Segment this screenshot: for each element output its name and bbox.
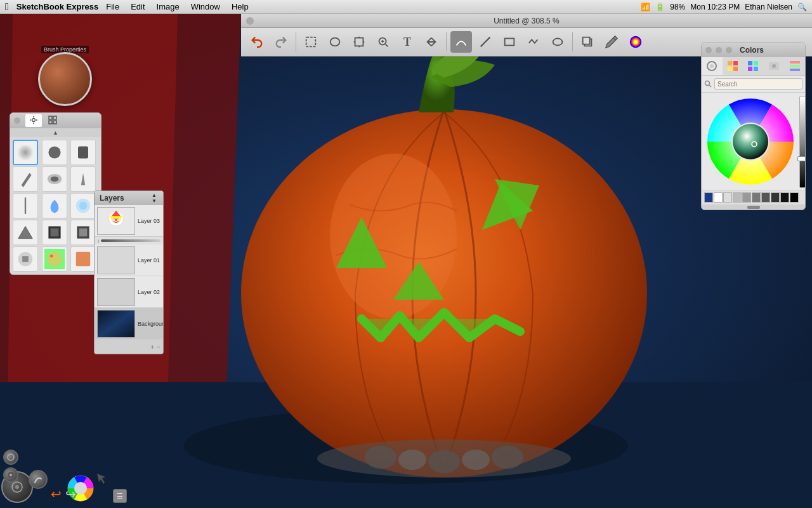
brush-item-bucket-dark[interactable] — [70, 220, 96, 245]
swatch-dark-gray-1[interactable] — [761, 192, 770, 203]
layer-03-opacity-slider[interactable] — [101, 239, 160, 242]
brush-tab-settings[interactable] — [25, 114, 42, 127]
layer-panel-expand-button[interactable]: ☰ — [113, 489, 127, 503]
rect-select-button[interactable] — [300, 31, 322, 53]
select-cursor-tool[interactable] — [92, 470, 111, 489]
zigzag-button[interactable] — [523, 31, 544, 53]
svg-rect-76 — [790, 61, 800, 64]
svg-point-37 — [17, 144, 34, 161]
app-name[interactable]: SketchBook Express — [16, 2, 98, 11]
brightness-handle[interactable] — [797, 156, 806, 161]
separator-3 — [572, 32, 573, 51]
color-tab-warm-grid[interactable] — [723, 57, 743, 75]
svg-point-88 — [15, 485, 19, 489]
transform-button[interactable] — [421, 31, 442, 53]
layer-delete-button[interactable]: − — [157, 344, 160, 351]
swatch-dark-gray-2[interactable] — [771, 192, 780, 203]
brush-item-custom1[interactable] — [70, 166, 96, 192]
separator-1 — [296, 32, 296, 51]
brush-item-airbrush[interactable] — [42, 166, 67, 192]
nav-circle-2[interactable] — [3, 467, 18, 483]
rect-shape-button[interactable] — [499, 31, 520, 53]
color-button[interactable] — [625, 31, 646, 53]
line-button[interactable] — [475, 31, 496, 53]
swatch-light-gray-2[interactable] — [733, 192, 742, 203]
apple-menu[interactable]:  — [5, 1, 9, 13]
zoom-button[interactable] — [372, 31, 394, 53]
brush-panel-header — [10, 113, 101, 128]
curve-button[interactable] — [450, 31, 472, 53]
layer-item-01[interactable]: Layer 01 — [95, 244, 163, 276]
svg-rect-39 — [78, 146, 88, 158]
menu-edit[interactable]: Edit — [126, 0, 150, 14]
brush-item-teardrop[interactable] — [42, 193, 67, 218]
brush-item-triangle[interactable] — [13, 220, 38, 245]
menu-image[interactable]: Image — [152, 0, 185, 14]
svg-line-80 — [709, 85, 711, 87]
menu-file[interactable]: File — [101, 0, 124, 14]
swatch-black[interactable] — [790, 192, 799, 203]
color-tab-wheel[interactable] — [702, 57, 723, 75]
brush-item-fill-light[interactable] — [42, 246, 67, 272]
brush-item-round-hard[interactable] — [42, 140, 67, 165]
brush-item-marker[interactable] — [70, 140, 96, 165]
brush-color-wheel[interactable] — [38, 52, 92, 106]
layer-item-background[interactable]: Background — [95, 308, 163, 340]
duplicate-button[interactable] — [577, 31, 598, 53]
bottom-undo-button[interactable]: ↩ — [51, 486, 62, 502]
color-tab-swatch[interactable] — [784, 57, 805, 75]
brush-item-texture[interactable] — [70, 246, 96, 272]
color-tab-cool-grid[interactable] — [743, 57, 764, 75]
brush-item-watercolor[interactable] — [70, 193, 96, 218]
color-wheel[interactable] — [704, 95, 797, 188]
brush-item-pencil-flat[interactable] — [13, 166, 38, 192]
color-tab-photo[interactable] — [764, 57, 785, 75]
color-search-input[interactable] — [714, 78, 802, 90]
pen-tool-button[interactable] — [601, 31, 622, 53]
brightness-slider[interactable] — [799, 96, 806, 188]
bottom-redo-button[interactable]: ↪ — [65, 486, 76, 502]
svg-point-3 — [241, 109, 647, 478]
svg-rect-51 — [79, 229, 88, 237]
colors-close-button[interactable] — [705, 47, 712, 53]
svg-rect-34 — [53, 116, 56, 119]
brush-item-square-dark[interactable] — [42, 220, 67, 245]
swatch-gray-2[interactable] — [752, 192, 761, 203]
layer-controls: + − — [95, 340, 163, 354]
brush-size-tool[interactable] — [29, 470, 48, 489]
layers-scroll-up-button[interactable]: ▲ — [150, 193, 158, 198]
text-button[interactable]: T — [396, 31, 418, 53]
ellipse-button[interactable] — [547, 31, 568, 53]
layer-item-02[interactable]: Layer 02 — [95, 276, 163, 308]
layer-item-03[interactable]: Layer 03 — [95, 205, 163, 237]
layer-add-button[interactable]: + — [150, 344, 154, 351]
swatch-near-black[interactable] — [780, 192, 789, 203]
swatch-white-1[interactable] — [714, 192, 723, 203]
swatch-blue-dark[interactable] — [704, 192, 713, 203]
brush-item-detail[interactable] — [13, 193, 38, 218]
colors-minimize-button[interactable] — [716, 47, 722, 53]
color-search-icon — [704, 80, 712, 88]
layers-scroll-down-button[interactable]: ▼ — [150, 199, 158, 204]
menu-help[interactable]: Help — [226, 0, 254, 14]
svg-point-79 — [705, 81, 710, 86]
brush-item-round-soft[interactable] — [13, 140, 38, 165]
undo-button[interactable] — [246, 31, 268, 53]
svg-point-46 — [79, 202, 88, 210]
colors-maximize-button[interactable] — [726, 47, 732, 53]
lasso-button[interactable] — [324, 31, 346, 53]
battery-icon: 🔋 — [655, 3, 665, 11]
search-icon[interactable]: 🔍 — [797, 3, 807, 11]
nav-circle-1[interactable] — [3, 450, 18, 465]
brush-item-paint-bucket[interactable] — [13, 246, 38, 272]
redo-button[interactable] — [270, 31, 292, 53]
menu-window[interactable]: Window — [186, 0, 225, 14]
brush-scroll-up-button[interactable]: ▲ — [10, 128, 101, 137]
swatch-light-gray-1[interactable] — [723, 192, 732, 203]
svg-rect-67 — [733, 61, 738, 65]
crop-button[interactable] — [348, 31, 370, 53]
swatch-gray-1[interactable] — [742, 192, 751, 203]
brush-tab-grid[interactable] — [44, 114, 61, 127]
doc-close-button[interactable] — [246, 17, 254, 25]
brush-panel-close-button[interactable] — [14, 117, 20, 124]
